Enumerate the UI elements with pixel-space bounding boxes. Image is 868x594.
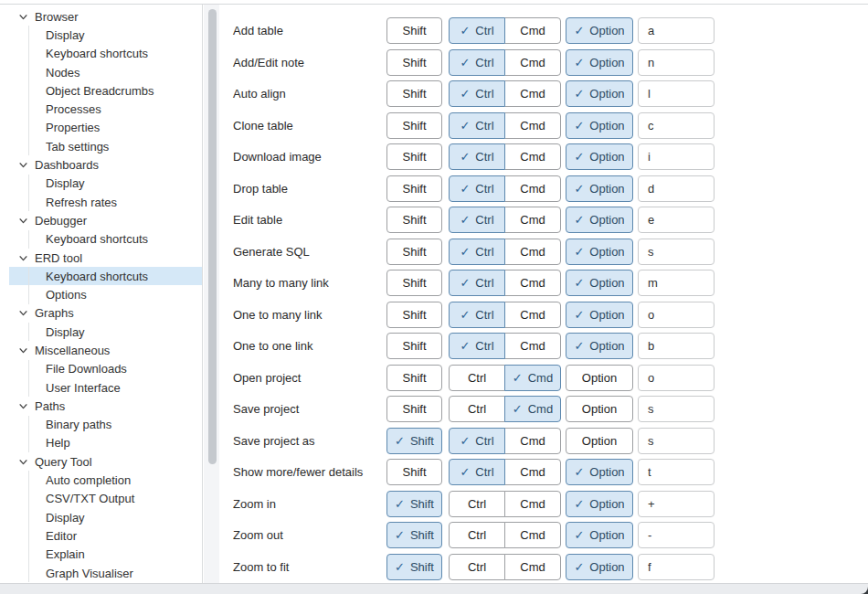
shortcut-key-input[interactable]: [638, 207, 715, 233]
cmd-toggle-button[interactable]: Cmd: [504, 49, 561, 76]
shortcut-key-input[interactable]: [638, 143, 715, 170]
ctrl-toggle-button[interactable]: ✓Ctrl: [449, 17, 505, 44]
shift-toggle-button[interactable]: Shift: [386, 49, 442, 76]
cmd-toggle-button[interactable]: Cmd: [504, 112, 561, 139]
sidebar-item-file-downloads[interactable]: File Downloads: [9, 360, 202, 378]
chevron-down-icon[interactable]: [18, 308, 28, 318]
shift-toggle-button[interactable]: Shift: [386, 112, 442, 139]
shortcut-key-input[interactable]: [638, 302, 715, 328]
sidebar-item-graphs[interactable]: Graphs: [9, 304, 202, 323]
ctrl-toggle-button[interactable]: ✓Ctrl: [449, 333, 505, 359]
sidebar-item-display[interactable]: Display: [9, 175, 202, 193]
shortcut-key-input[interactable]: [638, 522, 715, 548]
sidebar-item-keyboard-shortcuts[interactable]: Keyboard shortcuts: [9, 230, 202, 249]
cmd-toggle-button[interactable]: Cmd: [504, 428, 561, 454]
shortcut-key-input[interactable]: [638, 239, 715, 265]
shift-toggle-button[interactable]: Shift: [386, 302, 442, 328]
ctrl-toggle-button[interactable]: Ctrl: [449, 365, 505, 391]
chevron-down-icon[interactable]: [18, 216, 28, 226]
ctrl-toggle-button[interactable]: ✓Ctrl: [449, 302, 505, 328]
cmd-toggle-button[interactable]: Cmd: [504, 522, 561, 548]
cmd-toggle-button[interactable]: Cmd: [504, 239, 561, 265]
option-toggle-button[interactable]: ✓Option: [566, 207, 633, 233]
sidebar-item-query-tool[interactable]: Query Tool: [9, 452, 202, 471]
cmd-toggle-button[interactable]: Cmd: [504, 17, 561, 44]
shortcut-key-input[interactable]: [638, 396, 715, 422]
ctrl-toggle-button[interactable]: Ctrl: [449, 396, 505, 422]
shift-toggle-button[interactable]: Shift: [386, 459, 442, 485]
ctrl-toggle-button[interactable]: ✓Ctrl: [449, 49, 505, 76]
sidebar-item-keyboard-shortcuts[interactable]: Keyboard shortcuts: [9, 267, 202, 285]
shortcut-key-input[interactable]: [638, 49, 715, 76]
option-toggle-button[interactable]: ✓Option: [566, 333, 633, 359]
shift-toggle-button[interactable]: ✓Shift: [386, 522, 442, 548]
cmd-toggle-button[interactable]: Cmd: [504, 207, 561, 233]
cmd-toggle-button[interactable]: Cmd: [504, 143, 561, 170]
shift-toggle-button[interactable]: Shift: [386, 207, 442, 233]
sidebar-item-erd-tool[interactable]: ERD tool: [9, 249, 202, 267]
cmd-toggle-button[interactable]: Cmd: [504, 302, 561, 328]
option-toggle-button[interactable]: ✓Option: [566, 522, 633, 548]
option-toggle-button[interactable]: ✓Option: [566, 17, 633, 44]
sidebar-item-miscellaneous[interactable]: Miscellaneous: [9, 341, 202, 359]
option-toggle-button[interactable]: Option: [566, 365, 633, 391]
shortcut-key-input[interactable]: [638, 80, 715, 107]
chevron-down-icon[interactable]: [18, 12, 28, 22]
cmd-toggle-button[interactable]: Cmd: [504, 333, 561, 359]
ctrl-toggle-button[interactable]: ✓Ctrl: [449, 270, 505, 296]
option-toggle-button[interactable]: Option: [566, 396, 633, 422]
option-toggle-button[interactable]: ✓Option: [566, 175, 633, 202]
chevron-down-icon[interactable]: [18, 457, 28, 467]
option-toggle-button[interactable]: ✓Option: [566, 270, 633, 296]
ctrl-toggle-button[interactable]: ✓Ctrl: [449, 428, 505, 454]
shift-toggle-button[interactable]: Shift: [386, 333, 442, 359]
cmd-toggle-button[interactable]: Cmd: [504, 491, 561, 517]
chevron-down-icon[interactable]: [18, 401, 28, 411]
sidebar-item-tab-settings[interactable]: Tab settings: [9, 137, 202, 155]
chevron-down-icon[interactable]: [18, 345, 28, 355]
shortcut-key-input[interactable]: [638, 333, 715, 359]
cmd-toggle-button[interactable]: Cmd: [504, 554, 561, 580]
option-toggle-button[interactable]: ✓Option: [566, 80, 633, 107]
shortcut-key-input[interactable]: [638, 428, 715, 454]
chevron-down-icon[interactable]: [18, 160, 28, 170]
ctrl-toggle-button[interactable]: Ctrl: [449, 522, 505, 548]
sidebar-scrollbar-track[interactable]: [204, 5, 219, 583]
sidebar-item-browser[interactable]: Browser: [9, 7, 202, 26]
ctrl-toggle-button[interactable]: ✓Ctrl: [449, 207, 505, 233]
option-toggle-button[interactable]: ✓Option: [566, 49, 633, 76]
ctrl-toggle-button[interactable]: ✓Ctrl: [449, 239, 505, 265]
shift-toggle-button[interactable]: Shift: [386, 365, 442, 391]
option-toggle-button[interactable]: Option: [566, 428, 633, 454]
shortcut-key-input[interactable]: [638, 365, 715, 391]
sidebar-item-help[interactable]: Help: [9, 434, 202, 452]
option-toggle-button[interactable]: ✓Option: [566, 459, 633, 485]
option-toggle-button[interactable]: ✓Option: [566, 491, 633, 517]
sidebar-item-editor[interactable]: Editor: [9, 526, 202, 545]
cmd-toggle-button[interactable]: Cmd: [504, 175, 561, 202]
shift-toggle-button[interactable]: ✓Shift: [386, 491, 442, 517]
option-toggle-button[interactable]: ✓Option: [566, 554, 633, 580]
shift-toggle-button[interactable]: ✓Shift: [386, 428, 442, 454]
shift-toggle-button[interactable]: Shift: [386, 143, 442, 170]
shift-toggle-button[interactable]: Shift: [386, 175, 442, 202]
ctrl-toggle-button[interactable]: ✓Ctrl: [449, 175, 505, 202]
option-toggle-button[interactable]: ✓Option: [566, 302, 633, 328]
shift-toggle-button[interactable]: Shift: [386, 396, 442, 422]
sidebar-item-display[interactable]: Display: [9, 508, 202, 526]
chevron-down-icon[interactable]: [18, 253, 28, 263]
sidebar-item-binary-paths[interactable]: Binary paths: [9, 416, 202, 434]
sidebar-item-properties[interactable]: Properties: [9, 119, 202, 137]
shortcut-key-input[interactable]: [638, 175, 715, 202]
sidebar-item-processes[interactable]: Processes: [9, 100, 202, 118]
cmd-toggle-button[interactable]: ✓Cmd: [504, 365, 561, 391]
ctrl-toggle-button[interactable]: Ctrl: [449, 491, 505, 517]
sidebar-item-refresh-rates[interactable]: Refresh rates: [9, 193, 202, 211]
sidebar-item-explain[interactable]: Explain: [9, 546, 202, 564]
shift-toggle-button[interactable]: Shift: [386, 239, 442, 265]
shortcut-key-input[interactable]: [638, 491, 715, 517]
cmd-toggle-button[interactable]: Cmd: [504, 80, 561, 107]
sidebar-item-paths[interactable]: Paths: [9, 397, 202, 415]
sidebar-item-options[interactable]: Options: [9, 285, 202, 303]
sidebar-item-dashboards[interactable]: Dashboards: [9, 155, 202, 174]
